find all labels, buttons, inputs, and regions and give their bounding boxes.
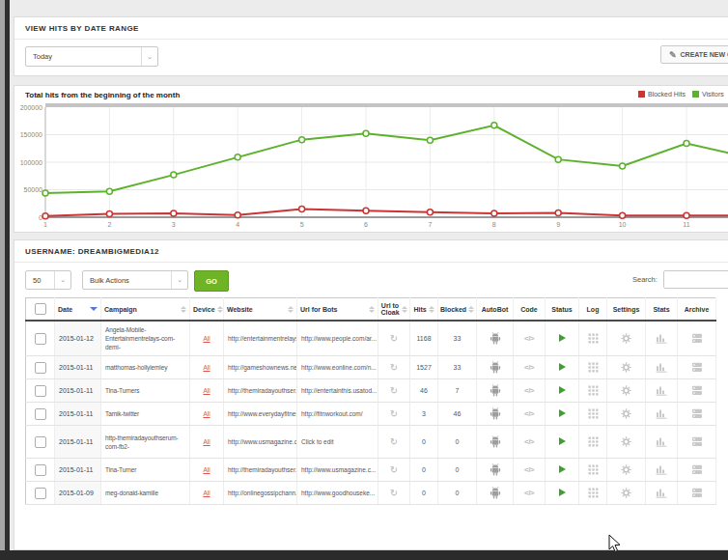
bar-chart-icon[interactable] <box>656 492 667 499</box>
archive-stack-icon[interactable] <box>691 492 703 499</box>
gear-icon[interactable] <box>621 413 631 420</box>
archive-stack-icon[interactable] <box>691 413 703 420</box>
log-grid-icon[interactable] <box>588 338 599 345</box>
device-all-link[interactable]: All <box>203 438 210 445</box>
bar-chart-icon[interactable] <box>656 441 667 448</box>
code-brackets-icon[interactable]: </> <box>524 465 534 474</box>
row-checkbox[interactable] <box>35 436 46 448</box>
url-for-bots-cell[interactable]: Click to edit <box>297 426 378 459</box>
code-brackets-icon[interactable]: </> <box>524 363 534 372</box>
refresh-circle-icon[interactable]: ↻ <box>390 464 398 475</box>
android-robot-icon[interactable] <box>490 414 501 421</box>
play-triangle-icon[interactable] <box>559 437 566 445</box>
refresh-circle-icon[interactable]: ↻ <box>390 436 398 447</box>
create-campaign-button[interactable]: ✎ CREATE NEW CAMPAIGN <box>660 45 728 64</box>
bulk-actions-value: Bulk Actions <box>90 276 129 285</box>
code-brackets-icon[interactable]: </> <box>524 409 534 418</box>
code-brackets-icon[interactable]: </> <box>524 437 534 446</box>
bar-chart-icon[interactable] <box>656 469 667 476</box>
campaign-cell: Tamik-twitter <box>101 403 190 426</box>
row-checkbox[interactable] <box>35 385 46 397</box>
refresh-circle-icon[interactable]: ↻ <box>390 333 398 344</box>
row-checkbox[interactable] <box>35 333 46 345</box>
column-header-date[interactable]: Date <box>55 298 101 322</box>
android-robot-icon[interactable] <box>490 391 501 398</box>
sort-down-icon <box>468 310 474 313</box>
gear-icon[interactable] <box>621 469 631 476</box>
android-robot-icon[interactable] <box>490 442 501 449</box>
refresh-circle-icon[interactable]: ↻ <box>390 385 398 396</box>
go-button[interactable]: GO <box>194 270 229 292</box>
url-for-bots-cell[interactable]: http://www.usmagazine.c... <box>297 459 378 482</box>
play-triangle-icon[interactable] <box>559 489 566 496</box>
device-all-link[interactable]: All <box>203 335 210 342</box>
refresh-circle-icon[interactable]: ↻ <box>390 408 398 419</box>
column-header-campaign[interactable]: Campaign <box>101 298 190 322</box>
gear-icon[interactable] <box>621 338 631 345</box>
device-all-link[interactable]: All <box>203 364 210 371</box>
search-input[interactable] <box>663 270 728 289</box>
android-robot-icon[interactable] <box>490 339 501 346</box>
play-triangle-icon[interactable] <box>559 386 566 394</box>
url-for-bots-cell[interactable]: http://www.goodhouseke... <box>297 482 378 505</box>
select-all-checkbox[interactable] <box>35 303 46 315</box>
date-range-select[interactable]: Today ⌄ <box>25 46 158 67</box>
bar-chart-icon[interactable] <box>656 413 667 420</box>
archive-stack-icon[interactable] <box>691 338 703 345</box>
gear-icon[interactable] <box>621 492 631 499</box>
table-row: 2015-01-09meg-donald-kamilleAllhttp://on… <box>26 482 716 505</box>
play-triangle-icon[interactable] <box>559 409 566 417</box>
bar-chart-icon[interactable] <box>656 367 667 374</box>
row-checkbox[interactable] <box>35 488 46 499</box>
gear-icon[interactable] <box>621 367 631 374</box>
log-grid-icon[interactable] <box>588 390 599 397</box>
archive-stack-icon[interactable] <box>691 441 703 448</box>
log-grid-icon[interactable] <box>588 441 599 448</box>
refresh-circle-icon[interactable]: ↻ <box>390 488 398 498</box>
column-header-url-to-cloak[interactable]: Url to Cloak <box>378 298 410 322</box>
log-grid-icon[interactable] <box>588 413 599 420</box>
refresh-circle-icon[interactable]: ↻ <box>390 362 398 373</box>
archive-stack-icon[interactable] <box>691 469 703 476</box>
archive-stack-icon[interactable] <box>691 367 703 374</box>
code-brackets-icon[interactable]: </> <box>524 386 534 395</box>
play-triangle-icon[interactable] <box>559 334 566 342</box>
log-grid-icon[interactable] <box>588 367 599 374</box>
android-robot-icon[interactable] <box>490 368 501 375</box>
row-checkbox[interactable] <box>35 362 46 374</box>
code-brackets-icon[interactable]: </> <box>524 334 534 343</box>
device-all-link[interactable]: All <box>203 387 210 394</box>
log-grid-icon[interactable] <box>588 469 599 476</box>
bulk-actions-select[interactable]: Bulk Actions ⌄ <box>82 270 188 290</box>
code-cell: </> <box>514 379 546 403</box>
gear-icon[interactable] <box>621 390 631 397</box>
device-all-link[interactable]: All <box>203 410 210 417</box>
android-robot-icon[interactable] <box>490 493 501 500</box>
row-select-cell <box>26 459 55 482</box>
page-size-select[interactable]: 50 ⌄ <box>25 270 71 290</box>
status-cell <box>546 482 579 505</box>
row-checkbox[interactable] <box>35 464 46 476</box>
device-all-link[interactable]: All <box>203 490 210 496</box>
gear-icon[interactable] <box>621 441 631 448</box>
column-header-blocked[interactable]: Blocked <box>438 298 477 322</box>
url-for-bots-cell[interactable]: http://www.eonline.com/n... <box>297 356 378 379</box>
play-triangle-icon[interactable] <box>559 465 566 473</box>
column-header-website[interactable]: Website <box>224 298 297 322</box>
column-header-url-for-bots[interactable]: Url for Bots <box>297 298 378 322</box>
column-header-device[interactable]: Device <box>190 298 224 322</box>
row-checkbox[interactable] <box>35 408 46 420</box>
code-brackets-icon[interactable]: </> <box>524 489 534 497</box>
url-for-bots-cell[interactable]: http://entertainthis.usatod... <box>297 379 378 403</box>
device-all-link[interactable]: All <box>203 466 210 473</box>
play-triangle-icon[interactable] <box>559 363 566 371</box>
bar-chart-icon[interactable] <box>656 390 667 397</box>
archive-stack-icon[interactable] <box>691 390 703 397</box>
url-for-bots-cell[interactable]: http://www.people.com/ar... <box>297 321 378 356</box>
url-for-bots-cell[interactable]: http://fitnworkout.com/ <box>297 403 378 426</box>
status-cell <box>546 379 579 403</box>
bar-chart-icon[interactable] <box>656 338 667 345</box>
android-robot-icon[interactable] <box>490 470 501 477</box>
log-grid-icon[interactable] <box>588 492 599 499</box>
column-header-hits[interactable]: Hits <box>410 298 438 322</box>
